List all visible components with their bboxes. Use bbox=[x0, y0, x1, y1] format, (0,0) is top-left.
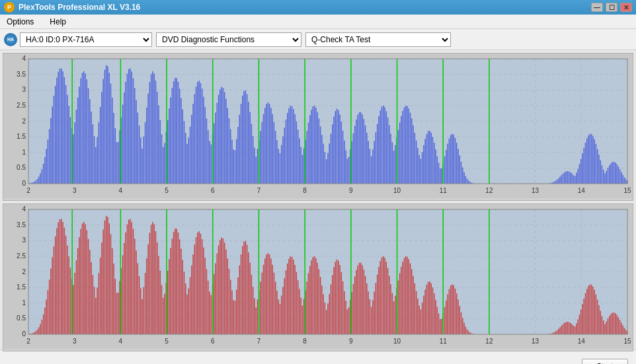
bottom-chart-canvas bbox=[3, 204, 633, 349]
minimize-button[interactable]: — bbox=[591, 3, 603, 12]
action-section: Start ℹ bbox=[575, 359, 628, 365]
top-chart-canvas bbox=[3, 54, 633, 198]
maximize-button[interactable]: ☐ bbox=[606, 3, 617, 12]
close-button[interactable]: ✕ bbox=[620, 3, 632, 12]
bottom-chart-panel bbox=[3, 203, 633, 351]
title-bar: P PlexTools Professional XL V3.16 — ☐ ✕ bbox=[0, 0, 636, 15]
function-dropdown[interactable]: DVD Diagnostic Functions bbox=[156, 32, 301, 47]
menu-item-options[interactable]: Options bbox=[3, 16, 38, 28]
main-content bbox=[0, 50, 636, 349]
menu-item-help[interactable]: Help bbox=[46, 16, 70, 28]
menu-bar: Options Help bbox=[0, 15, 636, 29]
top-chart-panel bbox=[3, 53, 633, 201]
start-button[interactable]: Start bbox=[582, 359, 628, 365]
drive-dropdown[interactable]: HA:0 ID:0 PX-716A bbox=[20, 32, 152, 47]
toolbar: HA HA:0 ID:0 PX-716A DVD Diagnostic Func… bbox=[0, 29, 636, 50]
device-icon: HA bbox=[4, 33, 17, 46]
test-dropdown[interactable]: Q-Check TA Test bbox=[305, 32, 451, 47]
app-icon: P bbox=[4, 2, 15, 13]
window-title: PlexTools Professional XL V3.16 bbox=[19, 3, 140, 12]
device-selector: HA HA:0 ID:0 PX-716A bbox=[4, 32, 152, 47]
charts-container bbox=[0, 50, 636, 354]
